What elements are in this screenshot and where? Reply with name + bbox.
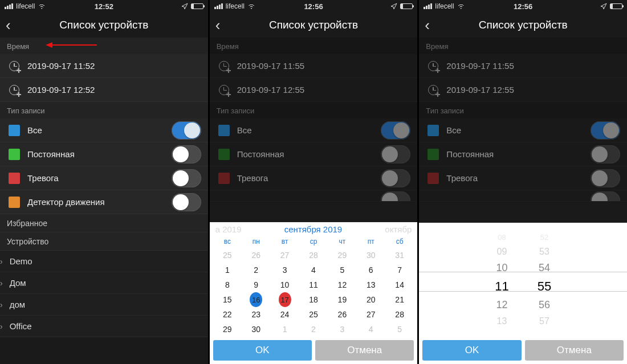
modal-backdrop[interactable] (419, 38, 627, 202)
nav-bar: ‹ Список устройств (210, 13, 418, 38)
calendar-day-selected[interactable]: 16 (242, 292, 270, 307)
calendar-day[interactable]: 27 (270, 248, 299, 263)
signal-icon (424, 3, 432, 9)
calendar-day[interactable]: 30 (242, 322, 270, 337)
calendar-day[interactable]: 15 (213, 292, 242, 307)
calendar-day[interactable]: 3 (328, 322, 356, 337)
type-alarm-label: Тревога (27, 173, 172, 183)
device-row-dom[interactable]: ›Дом (0, 272, 208, 294)
calendar-day[interactable]: 8 (213, 277, 242, 292)
type-continuous-label: Постоянная (27, 149, 172, 159)
calendar-day[interactable]: 22 (213, 307, 242, 322)
battery-icon (191, 3, 203, 9)
back-button[interactable]: ‹ (215, 17, 221, 34)
hour-wheel[interactable]: 08 09 10 11 12 13 (495, 233, 508, 326)
cancel-button[interactable]: Отмена (315, 340, 414, 361)
calendar-day[interactable]: 28 (385, 307, 414, 322)
chevron-right-icon: › (0, 300, 3, 309)
type-motion-toggle[interactable] (172, 193, 201, 211)
type-continuous-toggle[interactable] (172, 145, 201, 163)
type-continuous-cell: Постоянная (0, 142, 208, 166)
section-devices-header[interactable]: Устройство (0, 232, 208, 251)
calendar-day[interactable]: 31 (385, 248, 414, 263)
calendar-day[interactable]: 27 (357, 307, 385, 322)
calendar-day[interactable]: 26 (328, 307, 356, 322)
time-picker-sheet: 08 09 10 11 12 13 52 53 54 55 56 57 OK О… (419, 223, 627, 364)
status-time: 12:52 (95, 2, 113, 11)
signal-icon (5, 3, 13, 9)
ok-button[interactable]: OK (213, 340, 312, 361)
section-favorites-header[interactable]: Избранное (0, 214, 208, 232)
status-bar: lifecell 12:56 (210, 0, 418, 13)
type-all-label: Все (27, 125, 172, 135)
calendar-day[interactable]: 4 (299, 263, 328, 277)
calendar-day[interactable]: 1 (213, 263, 242, 277)
calendar-next-month[interactable]: октябр (385, 224, 412, 234)
type-motion-cell: Детектор движения (0, 190, 208, 214)
device-row-demo[interactable]: ›Demo (0, 251, 208, 272)
calendar-day[interactable]: 14 (385, 277, 414, 292)
calendar-grid[interactable]: 2526272829303112345678910111213141516171… (210, 248, 418, 337)
calendar-day[interactable]: 26 (242, 248, 270, 263)
calendar-day[interactable]: 4 (357, 322, 385, 337)
wifi-icon (247, 3, 255, 9)
calendar-day[interactable]: 20 (357, 292, 385, 307)
calendar-day[interactable]: 29 (213, 322, 242, 337)
calendar-day[interactable]: 3 (270, 263, 299, 277)
calendar-day[interactable]: 5 (328, 263, 356, 277)
type-alarm-cell: Тревога (0, 166, 208, 190)
calendar-day[interactable]: 24 (270, 307, 299, 322)
calendar-day[interactable]: 7 (385, 263, 414, 277)
calendar-day[interactable]: 21 (385, 292, 414, 307)
type-color-swatch (9, 197, 20, 208)
calendar-day[interactable]: 9 (242, 277, 270, 292)
chevron-right-icon: › (0, 279, 3, 288)
status-time: 12:56 (304, 2, 323, 11)
calendar-day[interactable]: 1 (270, 322, 299, 337)
calendar-current-month: сентября 2019 (284, 224, 343, 234)
calendar-day[interactable]: 13 (357, 277, 385, 292)
modal-backdrop[interactable] (210, 38, 418, 202)
time-from-cell[interactable]: 2019-09-17 11:52 (0, 54, 208, 78)
wifi-icon (457, 3, 465, 9)
chevron-right-icon: › (0, 257, 3, 266)
type-color-swatch (9, 125, 20, 136)
calendar-prev-month[interactable]: а 2019 (215, 224, 242, 234)
time-wheel[interactable]: 08 09 10 11 12 13 52 53 54 55 56 57 (419, 223, 627, 337)
chevron-right-icon: › (0, 322, 3, 331)
calendar-day[interactable]: 25 (213, 248, 242, 263)
calendar-day[interactable]: 25 (299, 307, 328, 322)
calendar-day[interactable]: 2 (242, 263, 270, 277)
calendar-day[interactable]: 28 (299, 248, 328, 263)
section-time-header: Время (0, 38, 208, 54)
type-all-toggle[interactable] (172, 121, 201, 140)
status-bar: lifecell 12:56 (419, 0, 627, 13)
calendar-day[interactable]: 10 (270, 277, 299, 292)
calendar-day[interactable]: 29 (328, 248, 356, 263)
cancel-button[interactable]: Отмена (525, 340, 624, 361)
page-title: Список устройств (59, 19, 148, 31)
calendar-day[interactable]: 2 (299, 322, 328, 337)
calendar-day[interactable]: 23 (242, 307, 270, 322)
calendar-day[interactable]: 18 (299, 292, 328, 307)
device-row-office[interactable]: ›Office (0, 316, 208, 337)
calendar-day[interactable]: 6 (357, 263, 385, 277)
device-row-dom2[interactable]: ›дом (0, 294, 208, 316)
minute-wheel[interactable]: 52 53 54 55 56 57 (538, 233, 551, 326)
type-alarm-toggle[interactable] (172, 169, 201, 187)
ok-button[interactable]: OK (422, 340, 521, 361)
calendar-day[interactable]: 30 (357, 248, 385, 263)
type-all-cell: Все (0, 118, 208, 142)
calendar-day[interactable]: 19 (328, 292, 356, 307)
minute-selected: 55 (538, 279, 551, 294)
back-button[interactable]: ‹ (6, 17, 11, 34)
calendar-day[interactable]: 12 (328, 277, 356, 292)
screen-b: lifecell 12:56 ‹ Список устройств Время … (210, 0, 418, 364)
calendar-day[interactable]: 5 (385, 322, 414, 337)
location-icon (600, 3, 607, 10)
calendar-day[interactable]: 11 (299, 277, 328, 292)
time-to-cell[interactable]: 2019-09-17 12:52 (0, 78, 208, 102)
calendar-day-today[interactable]: 17 (270, 292, 299, 307)
signal-icon (214, 3, 223, 9)
back-button[interactable]: ‹ (425, 17, 430, 34)
